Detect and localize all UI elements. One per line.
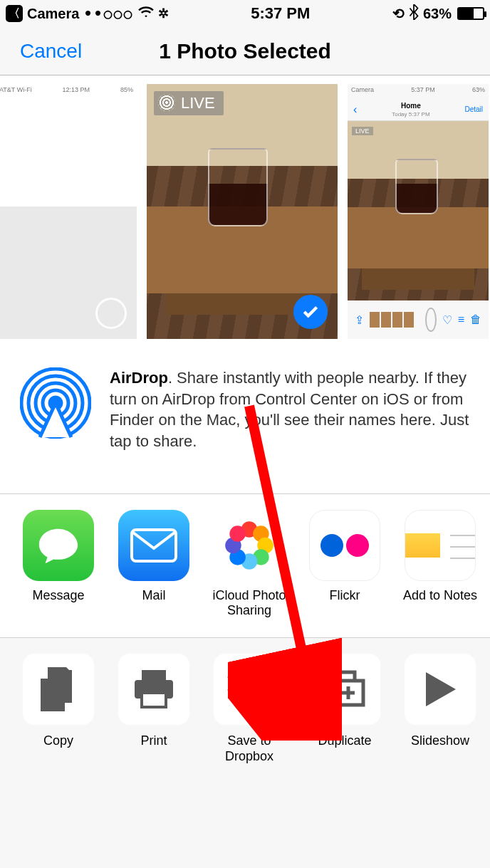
svg-rect-24: [142, 693, 166, 707]
heart-icon: ♡: [442, 313, 452, 327]
nav-bar: Cancel 1 Photo Selected: [0, 27, 490, 75]
action-label: Save to Dropbox: [209, 733, 289, 764]
checkmark-icon[interactable]: [293, 295, 328, 329]
selection-circle-icon[interactable]: [95, 298, 127, 329]
app-label: iCloud Photo Sharing: [209, 588, 289, 619]
photo-content: [348, 121, 489, 300]
orientation-lock-icon: ⟲: [392, 5, 405, 22]
action-print[interactable]: Print: [114, 654, 194, 764]
message-icon: [23, 510, 94, 581]
share-apps-row[interactable]: Message Mail iCloud Photo Sharing: [0, 494, 490, 638]
svg-point-15: [346, 534, 369, 557]
svg-point-14: [320, 534, 343, 557]
share-icon: ⇪: [355, 313, 364, 327]
photo-thumb-selected[interactable]: LIVE: [147, 84, 338, 339]
status-left: 〈 Camera ••○○○ ✲: [6, 5, 169, 22]
airdrop-text: AirDrop. Share instantly with people nea…: [110, 367, 470, 452]
action-label: Duplicate: [305, 733, 385, 749]
mini-status-bar: AT&T Wi-Fi 12:13 PM 85%: [0, 84, 137, 98]
signal-dots: ••○○○: [83, 5, 133, 22]
share-app-message[interactable]: Message: [19, 510, 98, 619]
action-dropbox[interactable]: Save to Dropbox: [209, 654, 289, 764]
wifi-icon: [138, 6, 154, 22]
svg-rect-22: [142, 670, 166, 680]
selection-circle-icon: [425, 308, 437, 332]
live-badge: LIVE: [154, 91, 224, 115]
photo-thumb[interactable]: AT&T Wi-Fi 12:13 PM 85%: [0, 84, 137, 339]
flickr-icon: [309, 510, 380, 581]
photo-strip[interactable]: AT&T Wi-Fi 12:13 PM 85% LIVE Camera 5:37…: [0, 75, 490, 347]
share-app-mail[interactable]: Mail: [114, 510, 194, 619]
dropbox-icon: [214, 654, 285, 725]
app-label: Flickr: [305, 588, 385, 604]
status-right: ⟲ 63%: [392, 4, 484, 23]
mail-icon: [118, 510, 189, 581]
mini-toolbar: ⇪ ♡ ≡ 🗑: [348, 300, 489, 339]
photo-thumb[interactable]: Camera 5:37 PM 63% ‹ HomeToday 5:37 PM D…: [348, 84, 489, 339]
page-title: 1 Photo Selected: [159, 39, 331, 63]
svg-rect-5: [132, 530, 176, 561]
airdrop-section[interactable]: AirDrop. Share instantly with people nea…: [0, 347, 490, 494]
battery-percent: 63%: [423, 6, 452, 22]
back-app-label[interactable]: Camera: [27, 6, 79, 22]
action-label: Print: [114, 733, 194, 749]
actions-row[interactable]: Copy Print Save to Dropbox Duplicate Sli…: [0, 638, 490, 785]
app-label: Mail: [114, 588, 194, 604]
loading-icon: ✲: [158, 6, 169, 21]
action-slideshow[interactable]: Slideshow: [400, 654, 480, 764]
action-duplicate[interactable]: Duplicate: [305, 654, 385, 764]
cancel-button[interactable]: Cancel: [20, 40, 82, 63]
play-icon: [405, 654, 476, 725]
icloud-photo-icon: [214, 510, 285, 581]
status-time: 5:37 PM: [169, 4, 392, 23]
duplicate-icon: [309, 654, 380, 725]
notes-icon: [405, 510, 476, 581]
mini-nav: ‹ HomeToday 5:37 PM Detail: [348, 98, 489, 121]
app-label: Message: [19, 588, 98, 604]
live-badge: LIVE: [352, 127, 373, 135]
copy-icon: [23, 654, 94, 725]
sliders-icon: ≡: [458, 313, 464, 326]
action-label: Copy: [19, 733, 98, 749]
svg-point-13: [229, 525, 246, 542]
trash-icon: 🗑: [470, 313, 481, 326]
share-app-flickr[interactable]: Flickr: [305, 510, 385, 619]
action-label: Slideshow: [400, 733, 480, 749]
back-chevron-icon[interactable]: 〈: [6, 5, 23, 22]
action-copy[interactable]: Copy: [19, 654, 98, 764]
mini-status-bar: Camera 5:37 PM 63%: [348, 84, 489, 98]
airdrop-icon: [20, 367, 91, 452]
share-app-icloud[interactable]: iCloud Photo Sharing: [209, 510, 289, 619]
app-label: Add to Notes: [400, 588, 480, 604]
share-app-notes[interactable]: Add to Notes: [400, 510, 480, 619]
airdrop-bold: AirDrop: [110, 369, 168, 387]
battery-icon: [457, 7, 484, 20]
print-icon: [118, 654, 189, 725]
bluetooth-icon: [409, 4, 419, 23]
svg-rect-21: [42, 680, 63, 710]
status-bar: 〈 Camera ••○○○ ✲ 5:37 PM ⟲ 63%: [0, 0, 490, 27]
